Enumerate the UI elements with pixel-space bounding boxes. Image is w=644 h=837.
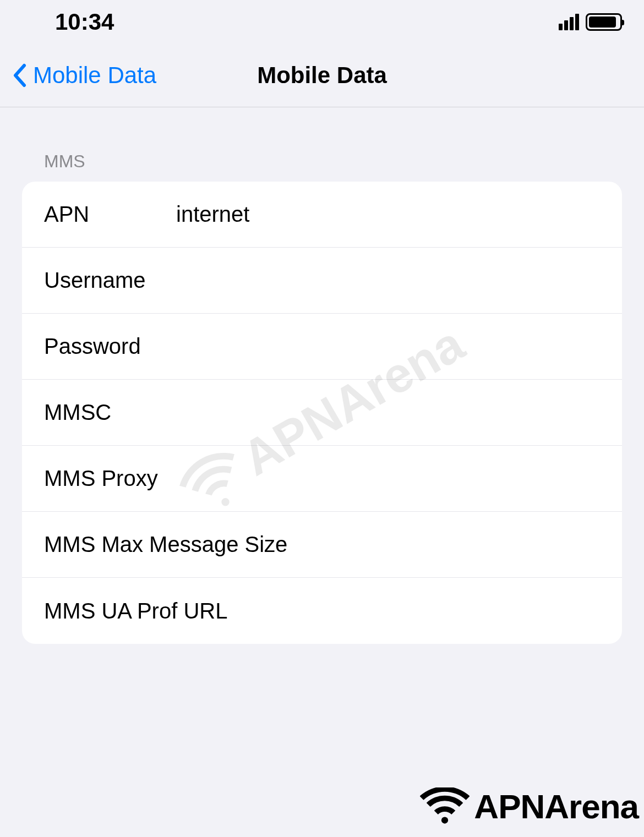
status-time: 10:34: [55, 9, 114, 35]
username-input[interactable]: [176, 268, 600, 293]
row-mmsc[interactable]: MMSC: [22, 380, 622, 446]
mmsc-input[interactable]: [176, 400, 600, 425]
apn-input[interactable]: [176, 202, 600, 227]
row-label-mms-ua-prof-url: MMS UA Prof URL: [44, 599, 227, 623]
row-mms-max-message-size[interactable]: MMS Max Message Size: [22, 512, 622, 578]
back-button[interactable]: Mobile Data: [0, 62, 156, 89]
back-label: Mobile Data: [33, 62, 156, 89]
content-area: MMS APN Username Password MMSC MMS Proxy…: [0, 107, 644, 644]
row-label-mmsc: MMSC: [44, 400, 176, 425]
row-label-mms-max-message-size: MMS Max Message Size: [44, 532, 287, 557]
mms-max-message-size-input[interactable]: [287, 532, 600, 557]
row-mms-ua-prof-url[interactable]: MMS UA Prof URL: [22, 578, 622, 644]
row-apn[interactable]: APN: [22, 182, 622, 248]
row-label-apn: APN: [44, 202, 176, 227]
wifi-icon: [420, 787, 470, 826]
navigation-bar: Mobile Data Mobile Data: [0, 44, 644, 107]
row-username[interactable]: Username: [22, 248, 622, 314]
row-label-mms-proxy: MMS Proxy: [44, 466, 158, 491]
mms-ua-prof-url-input[interactable]: [227, 599, 600, 623]
chevron-left-icon: [12, 63, 28, 87]
status-bar: 10:34: [0, 0, 644, 44]
settings-group-mms: APN Username Password MMSC MMS Proxy MMS…: [22, 182, 622, 644]
mms-proxy-input[interactable]: [158, 466, 600, 491]
row-password[interactable]: Password: [22, 314, 622, 380]
status-indicators: [559, 13, 622, 31]
section-header-mms: MMS: [22, 151, 622, 172]
svg-point-0: [441, 817, 448, 823]
row-label-username: Username: [44, 268, 176, 293]
battery-icon: [586, 13, 622, 31]
password-input[interactable]: [176, 334, 600, 359]
watermark-bottom: APNArena: [420, 787, 638, 826]
page-title: Mobile Data: [257, 62, 387, 89]
row-mms-proxy[interactable]: MMS Proxy: [22, 446, 622, 512]
watermark-bottom-text: APNArena: [474, 787, 638, 826]
cellular-signal-icon: [559, 14, 579, 30]
row-label-password: Password: [44, 334, 176, 359]
